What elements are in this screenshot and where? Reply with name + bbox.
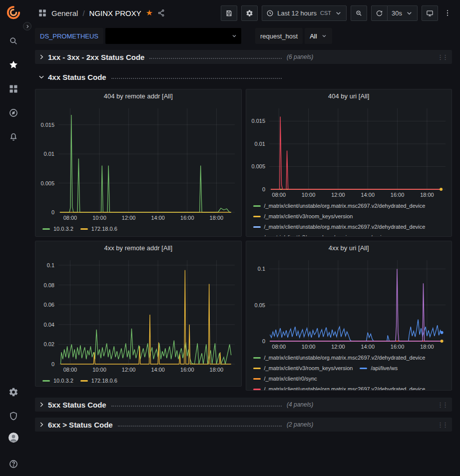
legend-item[interactable]: /api/live/ws xyxy=(360,364,398,373)
legend-item[interactable]: /_matrix/client/unstable/org.matrix.msc2… xyxy=(253,385,426,391)
sidebar-item-explore[interactable] xyxy=(0,101,27,125)
save-dashboard-button[interactable] xyxy=(221,5,237,21)
dashboard-row-6xx[interactable]: 6xx > Status Code (2 panels) xyxy=(35,418,452,432)
dashboard-row-5xx[interactable]: 5xx Status Code (4 panels) xyxy=(35,398,452,412)
legend-item[interactable]: /sw.js xyxy=(360,233,384,237)
panel-title[interactable]: 404 by remote addr [All] xyxy=(35,89,241,103)
legend-item[interactable]: /_matrix/client/v3/room_keys/version xyxy=(253,212,353,221)
request-host-variable-label: request_host xyxy=(255,28,303,44)
dashboard-row-1xx-3xx-2xx[interactable]: 1xx - 3xx - 2xx Status Code (6 panels) xyxy=(35,50,452,64)
legend-series-label: 10.0.3.2 xyxy=(53,224,73,234)
legend-series-label: /sw.js xyxy=(371,233,384,237)
legend-item[interactable]: /_matrix/client/v3/room_keys/version xyxy=(253,364,353,373)
apps-grid-icon xyxy=(38,8,47,17)
legend-item[interactable]: 172.18.0.6 xyxy=(80,376,117,386)
chart-legend: 10.0.3.2172.18.0.6 xyxy=(35,375,241,387)
alerting-bell-icon xyxy=(8,132,18,142)
breadcrumb-section[interactable]: General xyxy=(51,9,78,17)
tv-mode-button[interactable] xyxy=(422,5,438,21)
legend-item[interactable]: 10.0.3.2 xyxy=(42,376,73,386)
legend-series-label: /_matrix/client/r0/sync xyxy=(264,374,317,384)
svg-text:0.015: 0.015 xyxy=(251,118,265,124)
legend-series-color xyxy=(253,389,261,390)
legend-series-color xyxy=(80,380,88,382)
dashboard-settings-button[interactable] xyxy=(241,5,258,21)
svg-text:0: 0 xyxy=(262,338,265,344)
timeseries-chart-404-by-uri[interactable]: 08:0010:0012:0014:0016:0018:0000.0050.01… xyxy=(246,103,452,200)
sidebar-expand-button[interactable] xyxy=(23,22,31,30)
monitor-icon xyxy=(426,9,434,17)
breadcrumb: General / NGINX PROXY ★ xyxy=(38,8,165,17)
svg-text:0.08: 0.08 xyxy=(44,282,54,288)
panel-title[interactable]: 404 by uri [All] xyxy=(246,89,452,103)
server-admin-shield-icon xyxy=(8,411,18,421)
refresh-interval-picker[interactable]: 30s xyxy=(388,5,418,21)
panel-grid: 404 by remote addr [All] 08:0010:0012:00… xyxy=(35,89,452,391)
grafana-logo[interactable] xyxy=(6,5,21,20)
refresh-group: 30s xyxy=(371,5,418,21)
svg-text:0.02: 0.02 xyxy=(44,341,54,347)
sidebar-item-server-admin[interactable] xyxy=(0,404,27,428)
kebab-icon xyxy=(444,9,452,17)
legend-series-color xyxy=(253,226,261,228)
legend-item[interactable]: /_matrix/client/unstable/org.matrix.msc2… xyxy=(253,222,426,232)
legend-item[interactable]: /_matrix/client/v3/room_keys/version xyxy=(253,233,353,237)
svg-text:0.1: 0.1 xyxy=(257,266,265,272)
panel-title[interactable]: 4xx by uri [All] xyxy=(246,241,452,255)
legend-item[interactable]: /_matrix/client/unstable/org.matrix.msc2… xyxy=(253,353,426,363)
favorite-star-icon[interactable]: ★ xyxy=(146,9,153,17)
time-range-picker[interactable]: Last 12 hours CST xyxy=(262,5,347,21)
svg-text:14:00: 14:00 xyxy=(361,344,375,350)
legend-series-label: /_matrix/client/v3/room_keys/version xyxy=(264,212,353,221)
row-drag-handle[interactable] xyxy=(437,53,449,61)
legend-series-label: /_matrix/client/unstable/org.matrix.msc2… xyxy=(264,201,426,211)
row-drag-handle[interactable] xyxy=(437,401,449,409)
sidebar xyxy=(0,0,27,476)
panel-4xx-by-uri: 4xx by uri [All] 08:0010:0012:0014:0016:… xyxy=(246,241,453,391)
svg-text:0.01: 0.01 xyxy=(44,151,54,157)
sidebar-item-search[interactable] xyxy=(0,29,27,53)
timeseries-chart-4xx-by-uri[interactable]: 08:0010:0012:0014:0016:0018:0000.050.1 xyxy=(246,255,452,352)
timeseries-chart-404-by-remote-addr[interactable]: 08:0010:0012:0014:0016:0018:0000.0050.01… xyxy=(35,103,241,223)
dashboards-grid-icon xyxy=(8,84,18,94)
refresh-button[interactable] xyxy=(371,5,388,21)
refresh-icon xyxy=(376,9,383,17)
legend-item[interactable]: /_matrix/client/r0/sync xyxy=(253,374,317,384)
legend-series-color xyxy=(253,368,261,369)
svg-text:08:00: 08:00 xyxy=(272,344,286,350)
more-options-button[interactable] xyxy=(442,5,453,21)
legend-item[interactable]: 10.0.3.2 xyxy=(42,224,73,234)
panel-title[interactable]: 4xx by remote addr [All] xyxy=(35,241,241,255)
timeseries-chart-4xx-by-remote-addr[interactable]: 08:0010:0012:0014:0016:0018:0000.020.040… xyxy=(35,255,241,375)
sidebar-item-profile[interactable] xyxy=(0,428,27,452)
request-host-variable-dropdown[interactable]: All xyxy=(305,28,332,44)
sidebar-item-alerting[interactable] xyxy=(0,125,27,149)
legend-item[interactable]: /_matrix/client/unstable/org.matrix.msc2… xyxy=(253,201,426,211)
explore-compass-icon xyxy=(8,108,18,118)
sidebar-item-dashboards[interactable] xyxy=(0,77,27,101)
sidebar-item-starred[interactable] xyxy=(0,53,27,77)
request-host-variable-value: All xyxy=(310,32,317,40)
dashboard-title[interactable]: NGINX PROXY xyxy=(89,9,141,17)
svg-text:14:00: 14:00 xyxy=(361,192,375,198)
svg-text:0.015: 0.015 xyxy=(40,122,54,128)
row-title: 4xx Status Code xyxy=(48,73,106,81)
svg-text:10:00: 10:00 xyxy=(301,192,315,198)
row-dotted-leader xyxy=(111,78,282,79)
sidebar-item-configuration[interactable] xyxy=(0,380,27,404)
row-drag-handle[interactable] xyxy=(437,421,449,429)
chart-legend: /_matrix/client/unstable/org.matrix.msc2… xyxy=(246,200,452,237)
datasource-variable-dropdown[interactable] xyxy=(105,28,241,44)
user-avatar xyxy=(6,433,21,448)
dashboard-row-4xx[interactable]: 4xx Status Code xyxy=(35,70,452,84)
share-icon[interactable] xyxy=(157,9,165,17)
legend-item[interactable]: 172.18.0.6 xyxy=(80,224,117,234)
row-dotted-leader xyxy=(118,426,282,427)
sidebar-item-help[interactable] xyxy=(0,452,27,476)
zoom-out-button[interactable] xyxy=(351,5,367,21)
legend-series-label: /_matrix/client/v3/room_keys/version xyxy=(264,233,353,237)
legend-series-label: /_matrix/client/unstable/org.matrix.msc2… xyxy=(264,353,426,363)
svg-text:0: 0 xyxy=(51,361,54,367)
svg-text:0.005: 0.005 xyxy=(251,163,265,169)
svg-text:16:00: 16:00 xyxy=(180,215,194,221)
